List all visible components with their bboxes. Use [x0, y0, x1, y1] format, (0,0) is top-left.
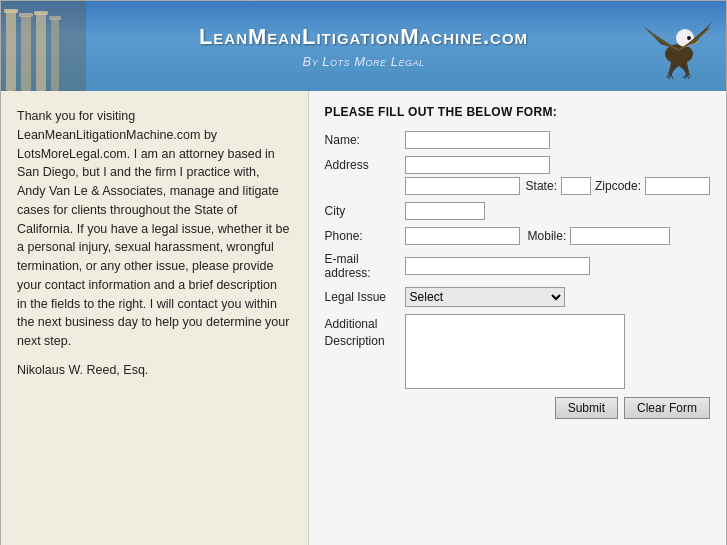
svg-rect-3 [36, 13, 46, 91]
mobile-input[interactable] [570, 227, 670, 245]
svg-rect-1 [6, 11, 16, 91]
address-section: Address State: Zipcode: [325, 156, 710, 195]
svg-point-11 [676, 29, 694, 47]
right-panel: PLEASE FILL OUT THE BELOW FORM: Name: Ad… [309, 91, 726, 545]
address-input[interactable] [405, 156, 550, 174]
email-row: E-mail address: [325, 252, 710, 280]
email-label: E-mail address: [325, 252, 405, 280]
zipcode-input[interactable] [645, 177, 710, 195]
phone-label: Phone: [325, 229, 405, 243]
header-title-block: LeanMeanLitigationMachine.com By Lots Mo… [199, 24, 528, 69]
main-content: Thank you for visiting LeanMeanLitigatio… [1, 91, 726, 545]
page-header: LeanMeanLitigationMachine.com By Lots Mo… [1, 1, 726, 91]
legal-issue-select[interactable]: Select Personal Injury Sexual Harassment… [405, 287, 565, 307]
address-line2: State: Zipcode: [405, 177, 710, 195]
site-title: LeanMeanLitigationMachine.com [199, 24, 528, 50]
attorney-name: Nikolaus W. Reed, Esq. [17, 361, 290, 380]
zipcode-label: Zipcode: [595, 179, 641, 193]
svg-rect-5 [4, 9, 18, 13]
form-title: PLEASE FILL OUT THE BELOW FORM: [325, 105, 710, 119]
address-line1: Address [325, 156, 710, 174]
columns-decoration [1, 1, 86, 91]
address-label: Address [325, 158, 405, 172]
submit-button[interactable]: Submit [555, 397, 618, 419]
city-input[interactable] [405, 202, 485, 220]
intro-text: Thank you for visiting LeanMeanLitigatio… [17, 107, 290, 351]
site-subtitle: By Lots More Legal [199, 54, 528, 69]
svg-rect-4 [51, 19, 59, 91]
svg-rect-2 [21, 16, 31, 91]
city-row: City [325, 202, 710, 220]
svg-rect-7 [34, 11, 48, 15]
additional-row: Additional Description [325, 314, 710, 389]
svg-point-14 [688, 37, 690, 39]
buttons-row: Submit Clear Form [325, 397, 710, 419]
city-label: City [325, 204, 405, 218]
additional-label: Additional Description [325, 314, 405, 350]
name-row: Name: [325, 131, 710, 149]
mobile-label: Mobile: [528, 229, 567, 243]
svg-point-10 [665, 44, 693, 64]
legal-issue-row: Legal Issue Select Personal Injury Sexua… [325, 287, 710, 307]
state-input[interactable] [561, 177, 591, 195]
name-input[interactable] [405, 131, 550, 149]
svg-rect-8 [49, 16, 61, 20]
clear-button[interactable]: Clear Form [624, 397, 710, 419]
left-panel: Thank you for visiting LeanMeanLitigatio… [1, 91, 309, 545]
email-input[interactable] [405, 257, 590, 275]
svg-rect-6 [19, 13, 33, 17]
state-label: State: [526, 179, 557, 193]
phone-input[interactable] [405, 227, 520, 245]
name-label: Name: [325, 133, 405, 147]
eagle-image [641, 6, 716, 86]
address2-input[interactable] [405, 177, 520, 195]
additional-textarea[interactable] [405, 314, 625, 389]
legal-issue-label: Legal Issue [325, 290, 405, 304]
phone-row: Phone: Mobile: [325, 227, 710, 245]
